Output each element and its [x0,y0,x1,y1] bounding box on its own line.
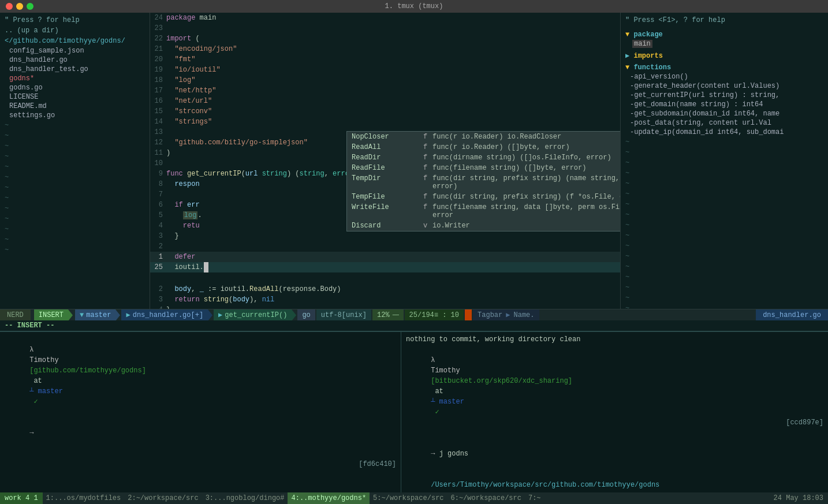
tmux-window-2[interactable]: 2:~/workspace/src [124,492,202,504]
terminal-left[interactable]: λ Timothy [github.com/timothyye/godns] a… [0,332,401,492]
tagbar-status: Tagbar ▶ Name. [473,309,539,320]
ac-item[interactable]: ReadDir f func(dirname string) ([]os.Fil… [347,152,620,163]
terminal-line: λ Timothy [bitbucket.org/skp620/xdc_shar… [406,345,823,438]
tmux-window-1[interactable]: 1:...os/mydotfiles [43,492,125,504]
tagbar-package-label: package [633,31,662,39]
code-line: 24 package main [150,13,620,23]
autocomplete-popup[interactable]: NopCloser f func(r io.Reader) io.ReadClo… [346,131,620,232]
mode-label: -- INSERT -- [5,322,54,330]
up-dir-item[interactable]: .. (up a dir) [0,25,150,36]
traffic-lights [6,3,33,10]
tagbar-package-value: main [621,39,828,48]
ac-item[interactable]: ReadFile f func(filename string) ([]byte… [347,163,620,173]
maximize-button[interactable] [27,3,33,10]
code-content-area: 24 package main 23 22 import ( 21 "encod… [150,13,620,309]
terminal-line: λ Timothy [github.com/timothyye/godns] a… [5,334,396,417]
title-bar: 1. tmux (tmux) [0,0,828,13]
code-line: 14 "strings" [150,117,620,127]
function-indicator: ▶ get_currentIP() [214,309,292,320]
ac-item[interactable]: TempDir f func(dir string, prefix string… [347,173,620,192]
tagbar-imports-label: imports [633,52,662,60]
nerd-status: NERD [0,309,31,320]
code-line: 25 ioutil. [150,262,620,272]
position-indicator: 25/194≡ : 10 [405,309,464,320]
code-line: 20 "fmt" [150,54,620,65]
ac-item[interactable]: ReadAll f func(r io.Reader) ([]byte, err… [347,142,620,152]
tagbar-package-section: ▼ package [621,30,828,39]
code-line: 22 import ( [150,33,620,44]
window-title: 1. tmux (tmux) [385,2,443,10]
terminal-line: [fd6c410] [5,449,396,480]
minimize-button[interactable] [16,3,23,10]
tmux-window-5[interactable]: 5:~/workspace/src [370,492,447,504]
mode-line: -- INSERT -- [0,320,828,331]
tagbar-functions-section: ▼ functions [621,63,828,72]
list-item[interactable]: dns_handler.go [0,55,150,65]
list-item[interactable]: config_sample.json [0,46,150,55]
insert-mode-indicator: INSERT [34,309,68,320]
vim-status-bar: NERD INSERT ▼ master ▶ dns_handler.go[+]… [0,309,828,320]
nerdtree-help: " Press ? for help [0,15,150,25]
list-item[interactable]: LICENSE [0,92,150,102]
tmux-window-3[interactable]: 3:...ngoblog/dingo# [202,492,288,504]
tmux-window-7[interactable]: 7:~ [525,492,544,504]
percent-indicator: 12% ⸻ [372,309,404,320]
ac-item[interactable]: NopCloser f func(r io.Reader) io.ReadClo… [347,132,620,142]
code-line: 2 body, _ := ioutil.ReadAll(response.Bod… [150,284,620,294]
code-line: 3 } [150,231,620,241]
tagbar-item: -api_version() [621,72,828,81]
list-item[interactable]: README.md [0,102,150,111]
terminal-line: → [5,417,396,449]
code-line [150,274,620,284]
package-name: main [632,40,652,48]
tmux-status-bar: work 4 1 1:...os/mydotfiles 2:~/workspac… [0,492,828,504]
tmux-date: 24 May 18:03 [769,494,828,502]
code-line: 2 [150,241,620,252]
tagbar-imports-section: ▶ imports [621,51,828,61]
terminal-area: λ Timothy [github.com/timothyye/godns] a… [0,331,828,492]
repo-dir-label[interactable]: </github.com/timothyye/godns/ [0,36,150,46]
tagbar: " Press <F1>, ? for help ▼ package main … [620,13,828,309]
tagbar-help: " Press <F1>, ? for help [621,15,828,25]
tagbar-item: -update_ip(domain_id int64, sub_domai [621,128,828,137]
cursor [204,262,208,272]
language-indicator: go [297,309,315,320]
close-button[interactable] [6,3,13,10]
list-item[interactable]: dns_handler_test.go [0,65,150,74]
tagbar-item: -get_domain(name string) : int64 [621,100,828,109]
terminal-line: /Users/Timothy/workspace/src/github.com/… [406,469,823,492]
code-line: 21 "encoding/json" [150,44,620,54]
list-item[interactable]: settings.go [0,111,150,120]
tagbar-item: -get_currentIP(url string) : string, [621,91,828,100]
main-area: " Press ? for help .. (up a dir) </githu… [0,13,828,309]
hash-right: [fd6c410] [359,460,396,468]
code-line: 19 "io/ioutil" [150,65,620,75]
code-line: 17 "net/http" [150,85,620,96]
tmux-window-4[interactable]: 4:..mothyye/godns* [288,492,370,504]
file-right-indicator: dns_handler.go [756,309,828,320]
code-line: 23 [150,23,620,33]
list-item[interactable]: godns* [0,74,150,83]
tagbar-item: -get_subdomain(domain_id int64, name [621,109,828,118]
branch-indicator: ▼ master [75,309,115,320]
list-item[interactable]: godns.go [0,83,150,92]
tmux-work-indicator: work 4 1 [0,492,43,504]
code-line: 15 "strconv" [150,106,620,117]
code-editor[interactable]: 24 package main 23 22 import ( 21 "encod… [150,13,620,309]
code-line: 4 } [150,305,620,309]
tagbar-item: -post_data(string, content url.Val [621,118,828,128]
tagbar-item: -generate_header(content url.Values) [621,81,828,91]
encoding-indicator: utf-8[unix] [316,309,371,320]
file-explorer: " Press ? for help .. (up a dir) </githu… [0,13,150,309]
terminal-line: nothing to commit, working directory cle… [406,334,823,345]
terminal-right[interactable]: nothing to commit, working directory cle… [401,332,828,492]
tagbar-functions-label: functions [633,64,671,72]
code-line: 3 return string(body), nil [150,294,620,305]
tmux-window-6[interactable]: 6:~/workspace/src [447,492,525,504]
code-line: 18 "log" [150,75,620,85]
ac-item[interactable]: WriteFile f func(filename string, data [… [347,202,620,221]
ac-item[interactable]: TempFile f func(dir string, prefix strin… [347,192,620,202]
code-line: 16 "net/url" [150,96,620,106]
filename-indicator: ▶ dns_handler.go[+] [121,309,208,320]
ac-item[interactable]: Discard v io.Writer [347,221,620,231]
